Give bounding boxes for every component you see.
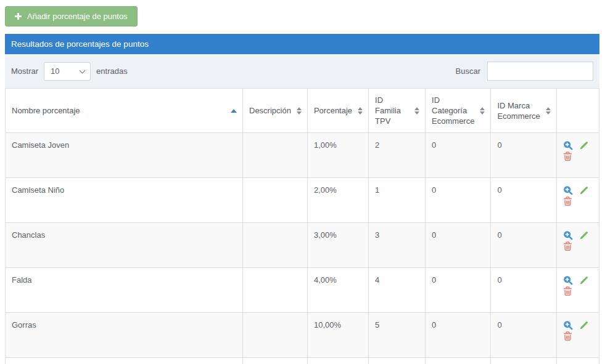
- cell-id-marca-ecommerce: 0: [491, 223, 556, 268]
- edit-icon[interactable]: [579, 275, 589, 285]
- cell-porcentaje: 10,00%: [307, 313, 368, 358]
- cell-id-categoria-ecommerce: 0: [426, 358, 491, 364]
- panel-title: Resultados de porcentajes de puntos: [11, 39, 149, 49]
- cell-id-categoria-ecommerce: 0: [426, 133, 491, 178]
- zoom-in-icon[interactable]: [563, 140, 573, 150]
- cell-id-marca-ecommerce: 0: [491, 358, 556, 364]
- cell-id-categoria-ecommerce: 0: [426, 223, 491, 268]
- cell-actions: [556, 133, 599, 178]
- column-header-actions: [556, 89, 599, 133]
- entries-select-wrap: 10: [44, 62, 91, 81]
- cell-id-categoria-ecommerce: 0: [426, 268, 491, 313]
- search-label: Buscar: [456, 67, 480, 76]
- length-label-after: entradas: [96, 67, 128, 76]
- cell-id-marca-ecommerce: 0: [491, 268, 556, 313]
- cell-descripcion: [243, 313, 308, 358]
- cell-descripcion: [243, 178, 308, 223]
- cell-id-familia-tpv: 2: [369, 133, 426, 178]
- cell-porcentaje: 2,00%: [307, 178, 368, 223]
- cell-descripcion: [243, 268, 308, 313]
- cell-porcentaje: 1,00%: [307, 133, 368, 178]
- zoom-in-icon[interactable]: [563, 185, 573, 195]
- add-percentage-button[interactable]: Añadir porcentaje de puntos: [5, 6, 138, 26]
- cell-porcentaje: 8,00%: [307, 358, 368, 364]
- table-body: Camiseta Joven 1,00% 2 0 0: [6, 133, 599, 364]
- cell-actions: [556, 178, 599, 223]
- cell-nombre: Gorras: [6, 313, 243, 358]
- cell-descripcion: [243, 133, 308, 178]
- panel-body: Mostrar 10 entradas Buscar: [5, 54, 599, 364]
- cell-id-marca-ecommerce: 0: [491, 178, 556, 223]
- cell-nombre: Pantalones: [6, 358, 243, 364]
- sort-both-icon: [546, 107, 551, 115]
- search-control: Buscar: [456, 62, 593, 81]
- delete-icon[interactable]: [563, 286, 572, 296]
- zoom-in-icon[interactable]: [563, 320, 573, 330]
- table-toolbar: Mostrar 10 entradas Buscar: [5, 54, 599, 88]
- entries-select[interactable]: 10: [44, 62, 91, 81]
- column-header-id-familia-tpv[interactable]: ID Familia TPV: [369, 89, 426, 133]
- cell-id-familia-tpv: 5: [369, 313, 426, 358]
- panel-header: Resultados de porcentajes de puntos: [5, 34, 599, 54]
- table-row: Pantalones 8,00% 7 0 0: [6, 358, 599, 364]
- column-label: ID Familia TPV: [375, 95, 401, 126]
- table-row: Camiseta Joven 1,00% 2 0 0: [6, 133, 599, 178]
- edit-icon[interactable]: [579, 185, 589, 195]
- column-header-nombre-porcentaje[interactable]: Nombre porcentaje: [6, 89, 243, 133]
- add-percentage-button-label: Añadir porcentaje de puntos: [27, 12, 128, 21]
- table-row: Camiseta Niño 2,00% 1 0 0: [6, 178, 599, 223]
- sort-both-icon: [480, 107, 485, 115]
- page: Añadir porcentaje de puntos Resultados d…: [0, 0, 605, 364]
- length-control: Mostrar 10 entradas: [11, 62, 128, 81]
- cell-id-marca-ecommerce: 0: [491, 133, 556, 178]
- column-header-id-categoria-ecommerce[interactable]: ID Categoría Ecommerce: [426, 89, 491, 133]
- delete-icon[interactable]: [563, 196, 572, 206]
- cell-id-familia-tpv: 4: [369, 268, 426, 313]
- column-header-porcentaje[interactable]: Porcentaje: [307, 89, 368, 133]
- cell-id-categoria-ecommerce: 0: [426, 178, 491, 223]
- column-label: Porcentaje: [314, 106, 352, 115]
- column-header-id-marca-ecommerce[interactable]: ID Marca Ecommerce: [491, 89, 556, 133]
- cell-actions: [556, 268, 599, 313]
- sort-both-icon: [414, 107, 419, 115]
- delete-icon[interactable]: [563, 241, 572, 251]
- sort-both-icon: [358, 107, 363, 115]
- cell-actions: [556, 358, 599, 364]
- column-label: ID Categoría Ecommerce: [432, 95, 474, 126]
- cell-descripcion: [243, 223, 308, 268]
- sort-both-icon: [297, 107, 302, 115]
- cell-nombre: Camiseta Niño: [6, 178, 243, 223]
- cell-nombre: Falda: [6, 268, 243, 313]
- cell-porcentaje: 4,00%: [307, 268, 368, 313]
- edit-icon[interactable]: [579, 140, 589, 150]
- table-row: Gorras 10,00% 5 0 0: [6, 313, 599, 358]
- cell-id-familia-tpv: 1: [369, 178, 426, 223]
- cell-id-familia-tpv: 3: [369, 223, 426, 268]
- cell-id-familia-tpv: 7: [369, 358, 426, 364]
- header-row: Nombre porcentaje Descripción Porcentaje: [6, 89, 599, 133]
- plus-icon: [15, 13, 22, 20]
- sort-ascending-icon: [231, 109, 237, 113]
- zoom-in-icon[interactable]: [563, 275, 573, 285]
- cell-id-marca-ecommerce: 0: [491, 313, 556, 358]
- column-header-descripcion[interactable]: Descripción: [243, 89, 308, 133]
- table-row: Chanclas 3,00% 3 0 0: [6, 223, 599, 268]
- zoom-in-icon[interactable]: [563, 230, 573, 240]
- edit-icon[interactable]: [579, 230, 589, 240]
- edit-icon[interactable]: [579, 320, 589, 330]
- search-input[interactable]: [487, 62, 593, 81]
- cell-nombre: Chanclas: [6, 223, 243, 268]
- cell-nombre: Camiseta Joven: [6, 133, 243, 178]
- results-table: Nombre porcentaje Descripción Porcentaje: [5, 88, 599, 364]
- table-row: Falda 4,00% 4 0 0: [6, 268, 599, 313]
- cell-descripcion: [243, 358, 308, 364]
- column-label: ID Marca Ecommerce: [497, 101, 540, 121]
- cell-id-categoria-ecommerce: 0: [426, 313, 491, 358]
- delete-icon[interactable]: [563, 331, 572, 341]
- length-label-before: Mostrar: [11, 67, 38, 76]
- delete-icon[interactable]: [563, 152, 572, 161]
- cell-actions: [556, 223, 599, 268]
- cell-actions: [556, 313, 599, 358]
- results-panel: Resultados de porcentajes de puntos Most…: [5, 34, 599, 364]
- column-label: Descripción: [249, 106, 291, 115]
